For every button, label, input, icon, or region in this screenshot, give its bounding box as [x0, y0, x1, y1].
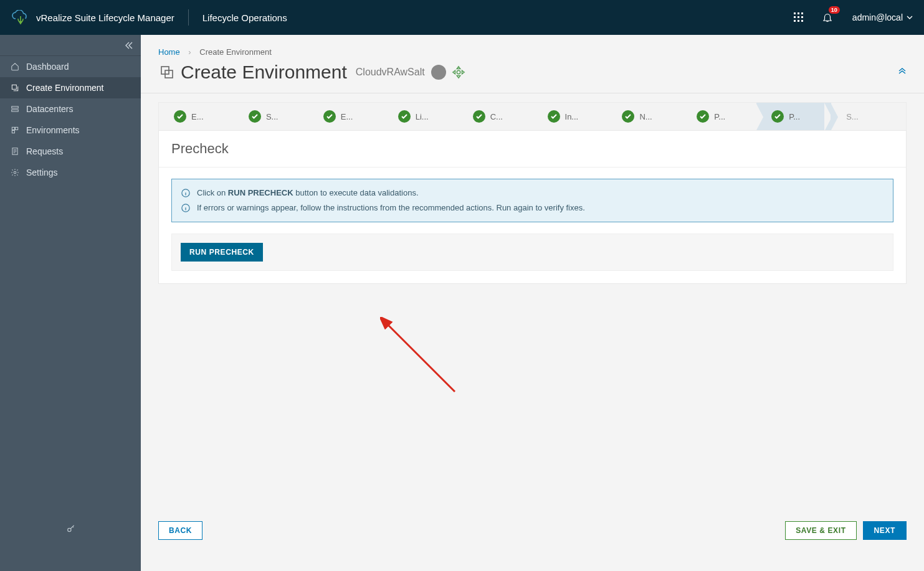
svg-rect-10 — [12, 106, 19, 108]
panel-heading: Precheck — [159, 131, 906, 168]
check-icon — [473, 110, 485, 123]
notification-badge: 10 — [829, 6, 840, 14]
svg-point-16 — [14, 171, 16, 174]
check-icon — [174, 110, 186, 123]
plus-layers-icon — [10, 83, 20, 93]
sidebar-item-label: Create Environment — [26, 83, 104, 93]
svg-point-17 — [68, 528, 71, 531]
breadcrumb-home[interactable]: Home — [158, 47, 180, 57]
product-badge-1 — [431, 65, 446, 80]
brand-title: vRealize Suite Lifecycle Manager — [36, 12, 174, 23]
page-title-row: Create Environment CloudvRAwSalt — [141, 62, 924, 93]
annotation-arrow — [380, 317, 461, 398]
product-title: Lifecycle Operations — [202, 12, 287, 23]
breadcrumb-current: Create Environment — [199, 47, 272, 57]
sidebar-item-create-environment[interactable]: Create Environment — [0, 77, 141, 98]
user-name: admin@local — [852, 12, 903, 22]
wizard-step-7[interactable]: N... — [607, 103, 682, 130]
chevron-double-left-icon — [125, 41, 133, 50]
sidebar-item-label: Settings — [26, 168, 58, 177]
environment-icon — [158, 64, 176, 81]
sidebar-item-label: Requests — [26, 146, 63, 156]
wizard-step-label: E... — [341, 112, 353, 121]
svg-rect-11 — [12, 110, 19, 111]
svg-rect-8 — [801, 20, 803, 22]
sidebar-item-label: Environments — [26, 125, 80, 135]
svg-rect-6 — [794, 20, 796, 22]
svg-rect-9 — [12, 85, 16, 89]
wizard-step-6[interactable]: In... — [533, 103, 607, 130]
svg-rect-3 — [794, 16, 796, 18]
wizard-step-8[interactable]: P... — [682, 103, 756, 130]
svg-rect-12 — [12, 127, 14, 130]
sidebar-item-label: Datacenters — [26, 104, 73, 114]
sidebar-item-settings[interactable]: Settings — [0, 162, 141, 183]
wizard-step-10[interactable]: S... — [831, 103, 906, 130]
check-icon — [771, 110, 784, 123]
wizard-step-9[interactable]: P... — [756, 103, 831, 130]
gear-icon — [10, 168, 20, 177]
svg-rect-0 — [794, 12, 796, 14]
sidebar-item-datacenters[interactable]: Datacenters — [0, 98, 141, 120]
run-precheck-button[interactable]: RUN PRECHECK — [181, 243, 263, 262]
info-icon — [181, 188, 191, 198]
wizard-footer: BACK SAVE & EXIT NEXT — [141, 511, 924, 571]
home-icon — [10, 62, 20, 72]
main-content: Home › Create Environment Create Environ… — [141, 35, 924, 571]
brand-logo — [11, 8, 30, 27]
info-text-post: button to execute data validations. — [293, 188, 419, 197]
topbar-divider — [188, 9, 189, 26]
info-line-1: Click on RUN PRECHECK button to execute … — [197, 188, 419, 197]
check-icon — [622, 110, 634, 123]
save-exit-button[interactable]: SAVE & EXIT — [785, 521, 856, 540]
notifications-bell-icon[interactable]: 10 — [819, 9, 836, 26]
wizard-step-2[interactable]: S... — [234, 103, 308, 130]
info-box: Click on RUN PRECHECK button to execute … — [171, 179, 893, 222]
wizard-step-label: P... — [789, 112, 800, 121]
collapse-all-icon[interactable] — [898, 67, 907, 78]
chevron-down-icon — [907, 14, 913, 21]
environments-icon — [10, 125, 20, 135]
svg-rect-1 — [798, 12, 799, 14]
run-precheck-bar: RUN PRECHECK — [171, 234, 893, 271]
info-line-2: If errors or warnings appear, follow the… — [197, 203, 585, 212]
wizard-step-5[interactable]: C... — [458, 103, 533, 130]
environment-name: CloudvRAwSalt — [356, 67, 425, 78]
check-icon — [548, 110, 560, 123]
sidebar-item-requests[interactable]: Requests — [0, 141, 141, 162]
svg-rect-14 — [12, 131, 14, 133]
wizard-step-3[interactable]: E... — [308, 103, 383, 130]
page-title: Create Environment — [181, 62, 347, 83]
apps-grid-icon[interactable] — [790, 9, 807, 26]
wizard-step-label: S... — [846, 112, 859, 121]
sidebar-collapse-button[interactable] — [0, 35, 141, 56]
sidebar-item-environments[interactable]: Environments — [0, 120, 141, 141]
info-text-pre: Click on — [197, 188, 228, 197]
back-button[interactable]: BACK — [158, 521, 202, 540]
wizard-step-label: In... — [565, 112, 579, 121]
next-button[interactable]: NEXT — [863, 521, 907, 540]
svg-rect-7 — [798, 20, 799, 22]
svg-rect-2 — [801, 12, 803, 14]
wizard-step-label: P... — [714, 112, 725, 121]
wizard-step-4[interactable]: Li... — [383, 103, 458, 130]
svg-rect-4 — [798, 16, 799, 18]
wizard-step-1[interactable]: E... — [159, 103, 234, 130]
top-bar: vRealize Suite Lifecycle Manager Lifecyc… — [0, 0, 924, 35]
datacenter-icon — [10, 104, 20, 114]
breadcrumb-separator: › — [188, 47, 191, 57]
product-badge-2 — [451, 65, 466, 80]
svg-rect-13 — [16, 127, 18, 130]
breadcrumb: Home › Create Environment — [141, 35, 924, 62]
check-icon — [398, 110, 411, 123]
key-icon — [66, 524, 76, 536]
wizard-step-label: E... — [191, 112, 204, 121]
wizard-step-label: Li... — [416, 112, 429, 121]
requests-icon — [10, 146, 20, 156]
svg-rect-5 — [801, 16, 803, 18]
user-menu[interactable]: admin@local — [852, 12, 913, 22]
sidebar-item-dashboard[interactable]: Dashboard — [0, 56, 141, 77]
wizard-step-label: C... — [490, 112, 503, 121]
svg-point-20 — [457, 70, 460, 74]
check-icon — [249, 110, 261, 123]
